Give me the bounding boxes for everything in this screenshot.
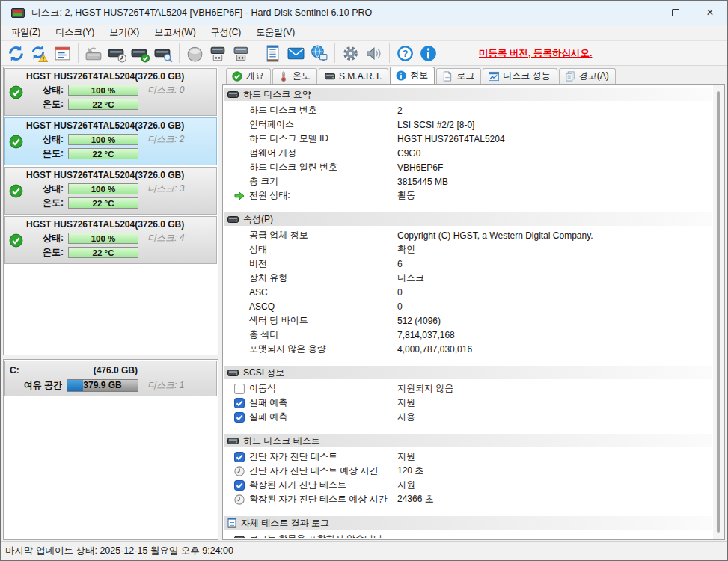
disk-ok-button[interactable] [129, 43, 152, 64]
row-value: 디스크 [397, 272, 712, 284]
row-label: 간단 자가 진단 테스트 [249, 450, 397, 463]
tab-0[interactable]: 개요 [226, 68, 271, 84]
section-header: 자체 테스트 결과 로그 [224, 516, 712, 530]
menu-item-2[interactable]: 보기(X) [102, 25, 147, 40]
row-value: 확인 [397, 243, 712, 256]
cb-on-icon[interactable] [234, 452, 245, 462]
tab-info[interactable]: 정보 [390, 67, 435, 84]
disk-number-label: 디스크: 0 [147, 84, 184, 96]
health-label: 상태: [26, 84, 64, 96]
vertical-scrollbar[interactable] [713, 85, 724, 539]
network-button[interactable] [308, 43, 331, 64]
toolbar: ?미등록 버전, 등록하십시오. [1, 41, 727, 66]
temp-bar: 22 °C [68, 247, 138, 258]
disk-item-3[interactable]: HGST HUS726T4TAL5204(3726.0 GB)상태:100 %디… [4, 167, 217, 215]
info-row: 전원 상태:활동 [224, 188, 712, 203]
unregistered-notice-link[interactable]: 미등록 버전, 등록하십시오. [479, 47, 592, 60]
info-button[interactable] [417, 43, 440, 64]
row-label: 전원 상태: [249, 189, 397, 202]
surface-test-button[interactable] [183, 43, 207, 64]
info-row: 간단 자가 진단 테스트지원 [224, 450, 712, 464]
disk-search-button[interactable] [152, 43, 175, 64]
temp-bar: 22 °C [68, 197, 138, 209]
temp-label: 온도: [26, 98, 64, 111]
disk-item-4[interactable]: HGST HUS726T4TAL5204(3726.0 GB)상태:100 %디… [4, 216, 217, 264]
maximize-icon [672, 9, 679, 16]
tab-label: 로그 [456, 70, 474, 82]
tab-2[interactable]: S.M.A.R.T. [319, 68, 388, 84]
help-button[interactable]: ? [394, 43, 417, 64]
refresh-button[interactable] [4, 43, 28, 64]
tab-1[interactable]: 온도 [272, 68, 317, 84]
notepad-button[interactable] [261, 43, 284, 64]
disk-model: HGST HUS726T4TAL5204(3726.0 GB) [26, 69, 216, 83]
disk-previous-button[interactable] [82, 43, 105, 64]
health-bar: 100 % [68, 85, 138, 96]
info-row: 하드 디스크 번호2 [224, 103, 712, 117]
content-area: 개요온도S.M.A.R.T.정보로그디스크 성능경고(A) 하드 디스크 요약하… [222, 67, 725, 540]
disk-item-0[interactable]: HGST HUS726T4TAL5204(3726.0 GB)상태:100 %디… [4, 68, 217, 116]
menu-item-3[interactable]: 보고서(W) [147, 25, 203, 40]
row-label: 버전 [249, 257, 397, 270]
close-button[interactable]: × [693, 1, 727, 25]
sound-button[interactable] [362, 43, 385, 64]
cb-on-icon[interactable] [234, 398, 245, 408]
disk-model: HGST HUS726T4TAL5204(3726.0 GB) [26, 118, 216, 132]
report-button[interactable] [51, 43, 74, 64]
check-circle-icon [9, 85, 23, 99]
row-value: LSI SCSI #2/2 [8-0] [397, 120, 712, 130]
row-label: 확장된 자가 진단 테스트 예상 시간 [249, 493, 397, 506]
info-row: ASC0 [224, 285, 712, 299]
disk-connector-button[interactable] [207, 43, 230, 64]
scrollbar-thumb[interactable] [717, 91, 720, 533]
tab-4[interactable]: 로그 [436, 68, 481, 84]
toolbar-separator [389, 43, 390, 63]
section-header: 하드 디스크 테스트 [224, 434, 712, 447]
tab-6[interactable]: 경고(A) [559, 68, 616, 84]
disk-list: HGST HUS726T4TAL5204(3726.0 GB)상태:100 %디… [3, 67, 218, 355]
cb-on-icon[interactable] [234, 480, 245, 491]
row-value: 활동 [397, 189, 712, 202]
menu-item-1[interactable]: 디스크(Y) [48, 25, 102, 40]
info-row: 하드 디스크 모델 IDHGST HUS726T4TAL5204 [224, 132, 712, 146]
temp-label: 온도: [26, 197, 64, 209]
info-panel: 하드 디스크 요약하드 디스크 번호2인터페이스LSI SCSI #2/2 [8… [222, 84, 725, 540]
row-value: 0 [397, 287, 712, 298]
info-row: 확장된 자가 진단 테스트지원 [224, 478, 712, 492]
disk-ok-icon [131, 44, 150, 63]
settings-gear-button[interactable] [339, 43, 362, 64]
refresh-warning-button[interactable] [28, 43, 51, 64]
check-circle-icon [9, 184, 23, 198]
info-row: ASCQ0 [224, 299, 712, 313]
free-space-label: 여유 공간 [10, 379, 62, 392]
disk-power-button[interactable] [230, 43, 253, 64]
row-label: 섹터 당 바이트 [249, 314, 397, 327]
menu-item-0[interactable]: 파일(Z) [4, 25, 48, 40]
disk-clock-icon [108, 44, 126, 63]
doc-icon [442, 71, 453, 82]
partition-drive-letter: C: [10, 365, 19, 375]
cb-off-icon[interactable] [234, 384, 245, 394]
status-bar: 마지막 업데이트 상태: 2025-12-15 월요일 오후 9:24:00 [1, 541, 727, 560]
cb-on-icon[interactable] [234, 412, 245, 423]
row-value: 사용 [397, 411, 712, 423]
email-button[interactable] [284, 43, 308, 64]
info-row: 하드 디스크 일련 번호VBH6EP6F [224, 160, 712, 174]
health-label: 상태: [26, 232, 64, 245]
row-label: ASC [249, 287, 397, 298]
disk-item-2[interactable]: HGST HUS726T4TAL5204(3726.0 GB)상태:100 %디… [4, 117, 217, 165]
maximize-button[interactable] [658, 1, 693, 25]
minimize-button[interactable] [624, 1, 658, 25]
green-arrow-icon [234, 191, 245, 201]
section-header: SCSI 정보 [224, 366, 712, 379]
info-row: 인터페이스LSI SCSI #2/2 [8-0] [224, 117, 712, 132]
partition-item-c[interactable]: C: (476.0 GB) 여유 공간 379.9 GB 디스크: 1 [4, 361, 217, 396]
free-space-bar: 379.9 GB [67, 379, 138, 392]
menu-item-4[interactable]: 구성(C) [204, 25, 249, 40]
info-small-icon [396, 70, 406, 81]
check-circle-icon [232, 71, 242, 82]
disk-clock-button[interactable] [105, 43, 129, 64]
tab-5[interactable]: 디스크 성능 [483, 68, 557, 84]
notepad-icon [263, 44, 282, 63]
menu-item-5[interactable]: 도움말(V) [248, 25, 302, 40]
